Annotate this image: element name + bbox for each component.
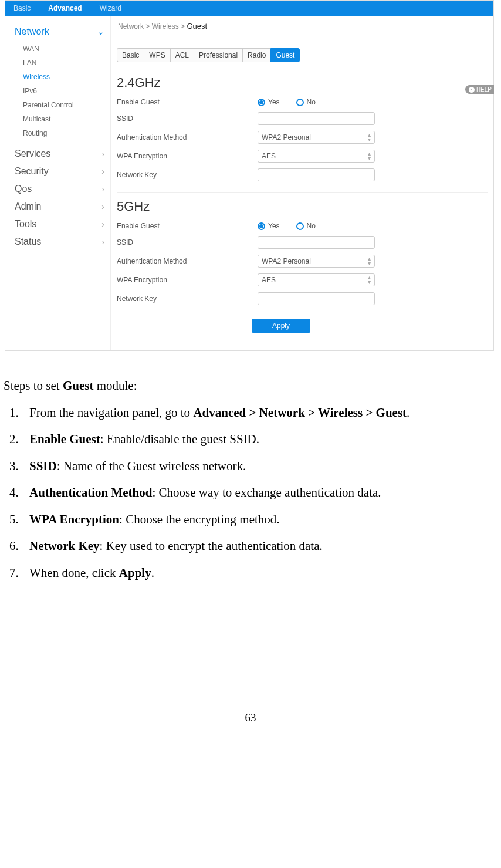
doc-step-4: 4.Authentication Method: Choose way to e… [9,484,497,502]
sidebar-section-status[interactable]: Status› [15,233,110,251]
input-ssid-5[interactable] [258,236,375,249]
topnav-advanced[interactable]: Advanced [48,4,82,12]
radio-checked-icon [258,222,265,230]
sidebar-item-wireless[interactable]: Wireless [23,70,110,84]
doc-s7-post: . [151,566,154,580]
sidebar-item-ipv6[interactable]: IPv6 [23,84,110,98]
chevron-right-icon: › [101,184,104,194]
sidebar: Network ⌄ WAN LAN Wireless IPv6 Parental… [5,16,111,350]
doc-step-3: 3.SSID: Name of the Guest wireless netwo… [9,457,497,476]
sidebar-item-multicast[interactable]: Multicast [23,112,110,126]
select-enc-5[interactable]: AES▴▾ [258,273,375,286]
doc-heading-post: module: [93,379,137,393]
top-nav: Basic Advanced Wizard [5,1,493,16]
doc-s5-post: : Choose the encrypting method. [119,512,280,526]
doc-step-5: 5.WPA Encryption: Choose the encrypting … [9,511,497,529]
radio-5-yes-label: Yes [268,222,280,230]
doc-step-2: 2.Enable Guest: Enable/disable the guest… [9,430,497,449]
doc-heading-bold: Guest [63,379,94,393]
subtab-basic[interactable]: Basic [117,48,144,62]
radio-24-yes[interactable]: Yes [258,98,280,106]
radio-5-no[interactable]: No [296,222,316,230]
divider [117,192,488,193]
input-ssid-24[interactable] [258,112,375,125]
stepper-icon: ▴▾ [368,275,371,285]
subtab-professional[interactable]: Professional [194,48,242,62]
label-ssid-24: SSID [117,114,258,123]
breadcrumb: Network > Wireless > Guest [118,22,488,31]
select-enc-24-value: AES [262,152,276,160]
sidebar-item-lan[interactable]: LAN [23,56,110,70]
breadcrumb-guest: Guest [187,22,207,31]
label-enc-5: WPA Encryption [117,276,258,284]
help-icon: ‹ [469,87,475,93]
label-enable-guest-24: Enable Guest [117,98,258,106]
sidebar-security-label: Security [15,166,49,177]
sidebar-item-wan[interactable]: WAN [23,42,110,56]
radio-24-yes-label: Yes [268,98,280,106]
select-auth-24[interactable]: WPA2 Personal▴▾ [258,131,375,144]
radio-5-yes[interactable]: Yes [258,222,280,230]
sidebar-section-network[interactable]: Network ⌄ [15,23,110,40]
chevron-right-icon: › [101,219,104,229]
stepper-icon: ▴▾ [368,133,371,142]
router-admin-screenshot: Basic Advanced Wizard Network ⌄ WAN LAN … [5,0,494,351]
radio-unchecked-icon [296,222,304,230]
select-auth-5[interactable]: WPA2 Personal▴▾ [258,255,375,268]
doc-heading: Steps to set Guest module: [4,377,497,396]
sidebar-status-label: Status [15,237,41,247]
section-5ghz-title: 5GHz [117,199,488,214]
radio-24-no[interactable]: No [296,98,316,106]
radio-5-no-label: No [307,222,316,230]
apply-button[interactable]: Apply [252,319,310,333]
chevron-right-icon: › [101,149,104,158]
sidebar-tools-label: Tools [15,219,36,229]
sidebar-services-label: Services [15,148,50,159]
topnav-wizard[interactable]: Wizard [100,4,121,12]
sidebar-section-security[interactable]: Security› [15,163,110,180]
subtab-guest[interactable]: Guest [270,48,300,62]
input-key-24[interactable] [258,168,375,181]
radio-checked-icon [258,99,265,106]
subtab-wps[interactable]: WPS [144,48,170,62]
subtab-acl[interactable]: ACL [170,48,194,62]
doc-s7-pre: When done, click [29,566,119,580]
doc-step-6: 6.Network Key: Key used to encrypt the a… [9,537,497,556]
page-number: 63 [0,711,501,724]
doc-s6-post: : Key used to encrypt the authentication… [100,539,323,553]
doc-s7-bold: Apply [119,566,151,580]
doc-s1-bold: Advanced > Network > Wireless > Guest [193,406,407,420]
document-body: Steps to set Guest module: 1.From the na… [0,351,501,582]
breadcrumb-wireless[interactable]: Wireless [152,22,179,31]
stepper-icon: ▴▾ [368,151,371,161]
select-auth-5-value: WPA2 Personal [262,257,311,265]
label-key-24: Network Key [117,171,258,179]
sidebar-section-admin[interactable]: Admin› [15,198,110,215]
select-enc-24[interactable]: AES▴▾ [258,150,375,163]
topnav-basic[interactable]: Basic [13,4,31,12]
help-button[interactable]: ‹ HELP [465,85,494,94]
sidebar-item-parental[interactable]: Parental Control [23,98,110,112]
sidebar-item-routing[interactable]: Routing [23,126,110,140]
stepper-icon: ▴▾ [368,256,371,266]
label-key-5: Network Key [117,295,258,303]
sidebar-section-tools[interactable]: Tools› [15,215,110,233]
breadcrumb-network[interactable]: Network [118,22,144,31]
chevron-down-icon: ⌄ [97,27,104,36]
label-enc-24: WPA Encryption [117,152,258,160]
doc-s1-post: . [407,406,409,420]
sidebar-section-qos[interactable]: Qos› [15,180,110,198]
doc-s2-post: : Enable/disable the guest SSID. [100,432,259,446]
sidebar-qos-label: Qos [15,184,32,194]
label-auth-24: Authentication Method [117,133,258,141]
doc-s1-pre: From the navigation panel, go to [29,406,193,420]
label-ssid-5: SSID [117,238,258,246]
radio-unchecked-icon [296,99,304,106]
doc-heading-pre: Steps to set [4,379,63,393]
sidebar-section-services[interactable]: Services› [15,145,110,163]
doc-step-1: 1.From the navigation panel, go to Advan… [9,404,497,423]
subtab-radio[interactable]: Radio [242,48,270,62]
main-panel: Network > Wireless > Guest Basic WPS ACL… [111,16,493,350]
input-key-5[interactable] [258,292,375,305]
doc-step-7: 7.When done, click Apply. [9,564,497,583]
